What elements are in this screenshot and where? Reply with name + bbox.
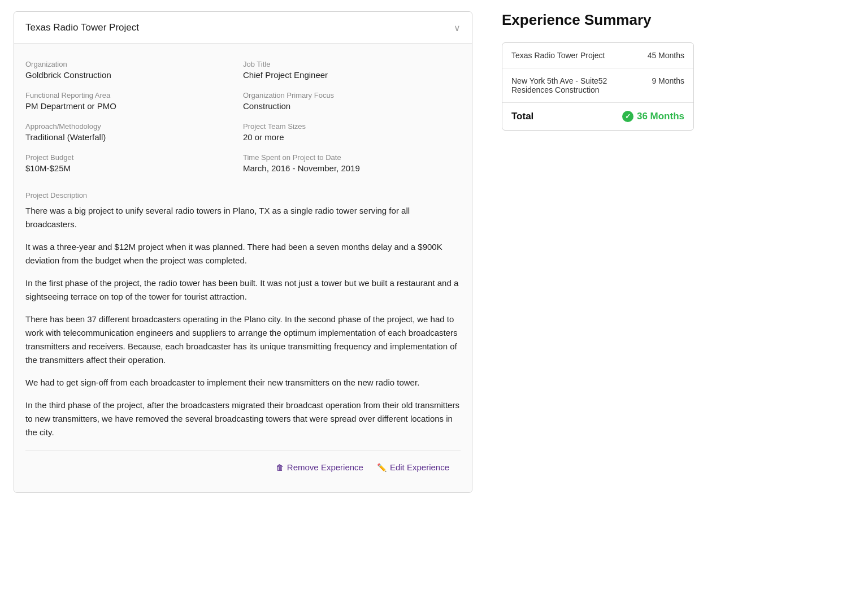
summary-total-label: Total — [511, 111, 533, 122]
project-team-sizes-value: 20 or more — [243, 132, 461, 142]
experience-summary-title: Experience Summary — [502, 11, 852, 29]
field-job-title: Job Title Chief Project Engineer — [243, 55, 461, 86]
description-text: There was a big project to unify several… — [25, 204, 461, 439]
summary-project-2-name: New York 5th Ave - Suite52 Residences Co… — [511, 76, 645, 94]
organization-value: Goldbrick Construction — [25, 70, 243, 80]
description-para-2: It was a three-year and $12M project whe… — [25, 240, 461, 267]
field-organization: Organization Goldbrick Construction — [25, 55, 243, 86]
description-para-6: In the third phase of the project, after… — [25, 399, 461, 439]
edit-experience-label: Edit Experience — [390, 462, 449, 472]
left-panel: Texas Radio Tower Project ∨ Organization… — [0, 0, 486, 606]
org-primary-focus-label: Organization Primary Focus — [243, 91, 461, 99]
description-para-4: There has been 37 different broadcasters… — [25, 313, 461, 367]
summary-row-1: Texas Radio Tower Project 45 Months — [502, 43, 693, 68]
check-circle-icon — [622, 111, 633, 122]
summary-total-row: Total 36 Months — [502, 103, 693, 130]
time-spent-label: Time Spent on Project to Date — [243, 153, 461, 162]
summary-total-value: 36 Months — [622, 111, 684, 122]
experience-summary-card: Texas Radio Tower Project 45 Months New … — [502, 42, 694, 131]
project-body: Organization Goldbrick Construction Job … — [14, 44, 472, 492]
job-title-label: Job Title — [243, 60, 461, 68]
summary-row-2: New York 5th Ave - Suite52 Residences Co… — [502, 68, 693, 103]
field-org-primary-focus: Organization Primary Focus Construction — [243, 86, 461, 118]
job-title-value: Chief Project Engineer — [243, 70, 461, 80]
approach-methodology-label: Approach/Methodology — [25, 122, 243, 131]
description-para-5: We had to get sign-off from each broadca… — [25, 376, 461, 389]
edit-experience-button[interactable]: ✏️ Edit Experience — [377, 462, 449, 472]
project-description-section: Project Description There was a big proj… — [25, 191, 461, 439]
project-title: Texas Radio Tower Project — [25, 22, 139, 33]
functional-reporting-area-label: Functional Reporting Area — [25, 91, 243, 99]
org-primary-focus-value: Construction — [243, 101, 461, 111]
trash-icon: 🗑 — [276, 463, 284, 472]
edit-icon: ✏️ — [377, 463, 387, 472]
summary-total-months: 36 Months — [637, 111, 684, 122]
summary-project-2-months: 9 Months — [652, 76, 684, 85]
description-label: Project Description — [25, 191, 461, 200]
functional-reporting-area-value: PM Department or PMO — [25, 101, 243, 111]
description-para-1: There was a big project to unify several… — [25, 204, 461, 231]
summary-project-1-name: Texas Radio Tower Project — [511, 51, 641, 60]
field-approach-methodology: Approach/Methodology Traditional (Waterf… — [25, 118, 243, 149]
right-panel: Experience Summary Texas Radio Tower Pro… — [486, 0, 868, 606]
description-para-3: In the first phase of the project, the r… — [25, 276, 461, 304]
project-team-sizes-label: Project Team Sizes — [243, 122, 461, 131]
fields-grid: Organization Goldbrick Construction Job … — [25, 55, 461, 180]
time-spent-value: March, 2016 - November, 2019 — [243, 163, 461, 173]
project-actions: 🗑 Remove Experience ✏️ Edit Experience — [25, 451, 461, 483]
field-functional-reporting-area: Functional Reporting Area PM Department … — [25, 86, 243, 118]
field-time-spent: Time Spent on Project to Date March, 201… — [243, 149, 461, 180]
project-budget-label: Project Budget — [25, 153, 243, 162]
field-project-team-sizes: Project Team Sizes 20 or more — [243, 118, 461, 149]
organization-label: Organization — [25, 60, 243, 68]
remove-experience-button[interactable]: 🗑 Remove Experience — [276, 462, 363, 472]
project-card: Texas Radio Tower Project ∨ Organization… — [14, 11, 472, 493]
field-project-budget: Project Budget $10M-$25M — [25, 149, 243, 180]
project-budget-value: $10M-$25M — [25, 163, 243, 173]
remove-experience-label: Remove Experience — [287, 462, 363, 472]
approach-methodology-value: Traditional (Waterfall) — [25, 132, 243, 142]
project-header: Texas Radio Tower Project ∨ — [14, 12, 472, 44]
chevron-down-icon[interactable]: ∨ — [454, 23, 461, 33]
summary-project-1-months: 45 Months — [648, 51, 684, 60]
